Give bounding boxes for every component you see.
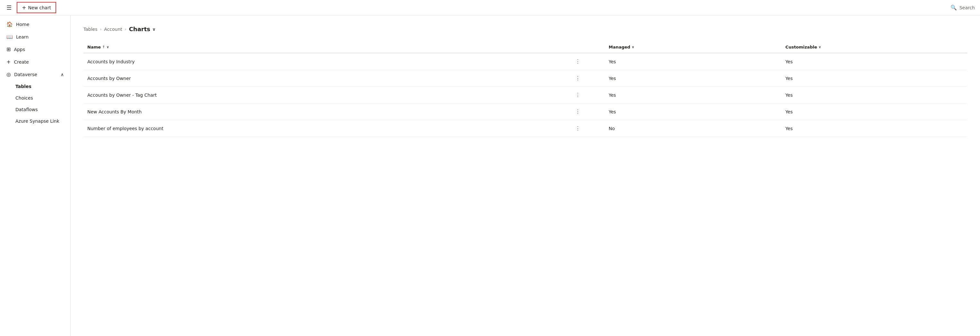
choices-label: Choices xyxy=(16,96,33,100)
new-chart-label: New chart xyxy=(28,5,51,10)
cell-name-3: New Accounts By Month xyxy=(83,104,570,120)
main-layout: 🏠 Home 📖 Learn ⊞ Apps + Create ◎ Dataver… xyxy=(0,16,980,336)
more-options-button-0[interactable]: ⋮ xyxy=(573,58,582,65)
breadcrumb-current: Charts ∨ xyxy=(129,26,156,32)
charts-table: Name ↑ ∨ Managed ∨ Cust xyxy=(83,41,967,137)
col-managed-label: Managed xyxy=(609,45,630,49)
cell-managed-1: Yes xyxy=(605,70,782,87)
cell-managed-4: No xyxy=(605,120,782,137)
toolbar: ☰ + New chart 🔍 Search xyxy=(0,0,980,16)
table-row: Accounts by Owner - Tag Chart ⋮ Yes Yes xyxy=(83,87,967,104)
cell-name-2: Accounts by Owner - Tag Chart xyxy=(83,87,570,104)
more-options-button-3[interactable]: ⋮ xyxy=(573,108,582,115)
toolbar-left: ☰ + New chart xyxy=(5,2,56,13)
table-header-row: Name ↑ ∨ Managed ∨ Cust xyxy=(83,41,967,53)
cell-actions-1: ⋮ xyxy=(570,70,605,87)
sidebar-item-apps-label: Apps xyxy=(14,47,25,52)
sidebar-item-learn-label: Learn xyxy=(16,34,29,40)
content-area: Tables › Account › Charts ∨ Name ↑ ∨ xyxy=(71,16,980,336)
sidebar-item-apps[interactable]: ⊞ Apps xyxy=(0,43,70,56)
breadcrumb-tables[interactable]: Tables xyxy=(83,27,98,32)
customizable-sort-icon[interactable]: ∨ xyxy=(818,45,821,49)
cell-customizable-1: Yes xyxy=(782,70,967,87)
sidebar-item-dataverse[interactable]: ◎ Dataverse ∧ xyxy=(0,68,70,81)
sidebar-sub-item-tables[interactable]: Tables xyxy=(0,81,70,92)
search-icon: 🔍 xyxy=(950,5,957,11)
sidebar-item-create-label: Create xyxy=(14,59,29,65)
create-icon: + xyxy=(6,59,11,65)
cell-customizable-4: Yes xyxy=(782,120,967,137)
name-sort-asc-icon[interactable]: ↑ xyxy=(102,45,105,49)
more-options-button-4[interactable]: ⋮ xyxy=(573,125,582,132)
search-label: Search xyxy=(959,5,975,10)
more-options-button-1[interactable]: ⋮ xyxy=(573,75,582,82)
more-options-button-2[interactable]: ⋮ xyxy=(573,91,582,99)
dataverse-icon: ◎ xyxy=(6,71,11,77)
col-name-label: Name xyxy=(88,45,101,49)
cell-customizable-3: Yes xyxy=(782,104,967,120)
managed-sort-icon[interactable]: ∨ xyxy=(632,45,634,49)
cell-managed-3: Yes xyxy=(605,104,782,120)
search-area[interactable]: 🔍 Search xyxy=(950,5,975,11)
breadcrumb-account[interactable]: Account xyxy=(104,27,122,32)
breadcrumb: Tables › Account › Charts ∨ xyxy=(83,26,967,32)
table-row: New Accounts By Month ⋮ Yes Yes xyxy=(83,104,967,120)
sidebar-item-create[interactable]: + Create xyxy=(0,56,70,68)
learn-icon: 📖 xyxy=(6,34,13,40)
cell-actions-3: ⋮ xyxy=(570,104,605,120)
cell-name-0: Accounts by Industry xyxy=(83,53,570,70)
col-header-name: Name ↑ ∨ xyxy=(83,41,570,53)
dataflows-label: Dataflows xyxy=(16,107,38,112)
breadcrumb-sep-2: › xyxy=(125,27,126,32)
tables-label: Tables xyxy=(16,84,32,89)
name-sort-desc-icon[interactable]: ∨ xyxy=(106,45,109,49)
col-header-managed: Managed ∨ xyxy=(605,41,782,53)
cell-name-1: Accounts by Owner xyxy=(83,70,570,87)
sidebar-item-home[interactable]: 🏠 Home xyxy=(0,18,70,30)
new-chart-button[interactable]: + New chart xyxy=(17,2,56,13)
cell-name-4: Number of employees by account xyxy=(83,120,570,137)
dataverse-left: ◎ Dataverse xyxy=(6,71,37,77)
apps-icon: ⊞ xyxy=(6,46,11,53)
cell-managed-0: Yes xyxy=(605,53,782,70)
breadcrumb-sep-1: › xyxy=(100,27,102,32)
sidebar-item-dataverse-label: Dataverse xyxy=(14,72,37,77)
cell-customizable-0: Yes xyxy=(782,53,967,70)
dataverse-chevron-icon: ∧ xyxy=(60,72,64,77)
sidebar-item-learn[interactable]: 📖 Learn xyxy=(0,30,70,43)
cell-actions-4: ⋮ xyxy=(570,120,605,137)
breadcrumb-current-label: Charts xyxy=(129,26,150,32)
cell-actions-0: ⋮ xyxy=(570,53,605,70)
col-header-actions xyxy=(570,41,605,53)
cell-actions-2: ⋮ xyxy=(570,87,605,104)
sidebar-sub-item-dataflows[interactable]: Dataflows xyxy=(0,104,70,115)
sidebar-item-home-label: Home xyxy=(16,22,29,27)
table-row: Accounts by Industry ⋮ Yes Yes xyxy=(83,53,967,70)
cell-customizable-2: Yes xyxy=(782,87,967,104)
sidebar-sub-item-choices[interactable]: Choices xyxy=(0,92,70,104)
cell-managed-2: Yes xyxy=(605,87,782,104)
sidebar-sub-item-azure-synapse[interactable]: Azure Synapse Link xyxy=(0,115,70,127)
sidebar: 🏠 Home 📖 Learn ⊞ Apps + Create ◎ Dataver… xyxy=(0,16,71,336)
col-header-customizable: Customizable ∨ xyxy=(782,41,967,53)
hamburger-icon[interactable]: ☰ xyxy=(5,3,13,12)
breadcrumb-chevron-icon[interactable]: ∨ xyxy=(152,27,156,32)
table-row: Number of employees by account ⋮ No Yes xyxy=(83,120,967,137)
azure-synapse-label: Azure Synapse Link xyxy=(16,118,59,124)
plus-icon: + xyxy=(22,5,26,11)
col-customizable-label: Customizable xyxy=(786,45,817,49)
home-icon: 🏠 xyxy=(6,21,13,27)
table-row: Accounts by Owner ⋮ Yes Yes xyxy=(83,70,967,87)
